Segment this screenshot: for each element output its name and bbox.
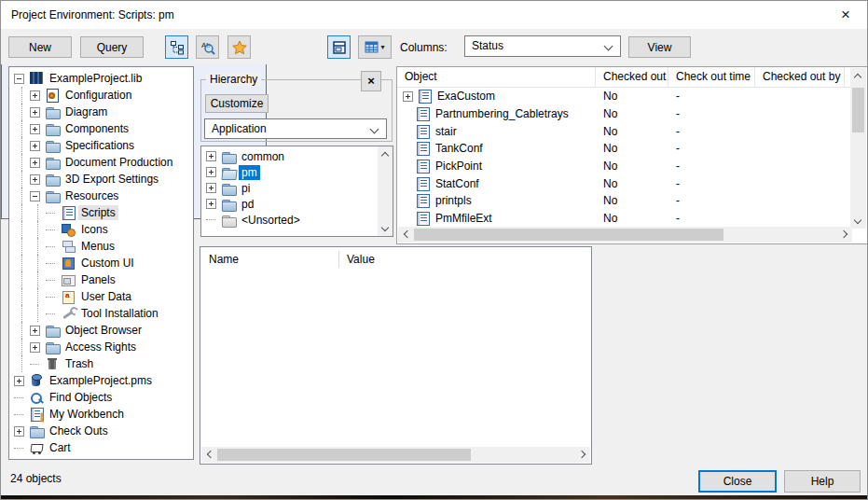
tree-item-common[interactable]: common [201, 148, 378, 164]
expand-plus-icon[interactable] [14, 376, 24, 386]
tree-item-my-workbench[interactable]: My Workbench [9, 406, 193, 423]
view-button[interactable]: View [628, 36, 691, 58]
tree-item-3d-export-settings[interactable]: 3D Export Settings [9, 171, 193, 188]
expand-toggle[interactable] [206, 183, 221, 193]
tree-item-icons[interactable]: Icons [9, 221, 193, 238]
expand-plus-icon[interactable] [30, 158, 40, 168]
tree-item-exampleproject-lib[interactable]: ExampleProject.lib [9, 70, 193, 87]
expand-plus-icon[interactable] [30, 141, 40, 151]
query-button[interactable]: Query [80, 36, 144, 58]
expand-plus-icon[interactable] [30, 90, 40, 101]
help-button[interactable]: Help [784, 470, 861, 493]
expand-plus-icon[interactable] [14, 426, 24, 437]
tree-item-object-browser[interactable]: Object Browser [9, 322, 193, 339]
hscroll-thumb[interactable] [217, 449, 471, 461]
tree-item-cart[interactable]: Cart [9, 439, 193, 456]
expand-plus-icon[interactable] [30, 174, 40, 185]
hierarchy-type-select[interactable]: Application [204, 118, 387, 139]
expand-toggle[interactable] [30, 326, 45, 336]
scroll-down-icon[interactable] [381, 224, 389, 231]
tree-item-unsorted[interactable]: <Unsorted> [201, 212, 378, 228]
scroll-left-icon[interactable] [206, 451, 214, 458]
tree-item-panels[interactable]: Panels [9, 271, 193, 288]
expand-minus-icon[interactable] [14, 74, 24, 84]
object-row-printpls[interactable]: printplsNo- [397, 192, 851, 210]
expand-plus-icon[interactable] [30, 124, 40, 134]
expand-minus-icon[interactable] [30, 191, 40, 201]
tree-item-find-objects[interactable]: Find Objects [9, 389, 193, 406]
tree-item-menus[interactable]: Menus [9, 238, 193, 255]
expand-toggle[interactable] [30, 342, 45, 353]
column-header-check-out-time[interactable]: Check out time [668, 67, 755, 87]
panel-layout-toggle-button[interactable] [327, 35, 351, 59]
close-button[interactable]: Close [698, 470, 777, 493]
object-row-pmmfileext[interactable]: PmMfileExtNo- [397, 210, 851, 228]
expand-toggle[interactable] [30, 90, 45, 101]
scroll-up-icon[interactable] [854, 73, 861, 80]
expand-toggle[interactable] [30, 191, 45, 201]
columns-select[interactable]: Status [464, 35, 621, 57]
expand-toggle[interactable] [30, 158, 45, 168]
tree-item-scripts[interactable]: Scripts [9, 204, 193, 221]
expand-plus-icon[interactable] [206, 151, 216, 161]
properties-hscrollbar[interactable] [201, 447, 590, 463]
tree-item-access-rights[interactable]: Access Rights [9, 339, 193, 355]
new-button[interactable]: New [8, 36, 72, 58]
object-row-stair[interactable]: stairNo- [397, 122, 851, 140]
object-row-exacustom[interactable]: ExaCustomNo- [397, 88, 851, 105]
expand-plus-icon[interactable] [403, 91, 413, 102]
expand-plus-icon[interactable] [206, 199, 216, 209]
object-table-vscrollbar[interactable] [850, 68, 866, 229]
tree-item-pd[interactable]: pd [201, 196, 378, 212]
scroll-left-icon[interactable] [403, 230, 410, 238]
tree-item-resources[interactable]: Resources [9, 188, 193, 204]
window-close-icon[interactable]: × [832, 3, 860, 27]
tree-item-tool-installation[interactable]: Tool Installation [9, 305, 193, 322]
column-header-object[interactable]: Object [397, 67, 596, 87]
expand-plus-icon[interactable] [30, 107, 40, 118]
hierarchy-tree-scrollbar[interactable] [378, 146, 393, 236]
customize-button[interactable]: Customize [205, 94, 269, 113]
scroll-up-icon[interactable] [381, 151, 389, 159]
tree-item-user-data[interactable]: User Data [9, 288, 193, 305]
hierarchy-view-toggle-button[interactable] [165, 35, 188, 59]
hscroll-thumb[interactable] [414, 229, 723, 241]
scroll-down-icon[interactable] [854, 216, 861, 224]
tree-item-pi[interactable]: pi [201, 180, 378, 196]
object-row-pickpoint[interactable]: PickPointNo- [397, 158, 851, 175]
tree-item-custom-ui[interactable]: Custom UI [9, 255, 193, 271]
expand-toggle[interactable] [14, 74, 29, 84]
expand-plus-icon[interactable] [30, 342, 40, 353]
tree-item-specifications[interactable]: Specifications [9, 137, 193, 154]
tree-item-check-outs[interactable]: Check Outs [9, 423, 193, 439]
object-row-tankconf[interactable]: TankConfNo- [397, 140, 851, 158]
object-row-partnumbering-cabletrays[interactable]: Partnumbering_CabletraysNo- [397, 105, 851, 123]
tree-item-exampleproject-pms[interactable]: ExampleProject.pms [9, 372, 193, 389]
vscroll-thumb[interactable] [852, 88, 864, 132]
tree-item-document-production[interactable]: Document Production [9, 154, 193, 171]
tree-item-components[interactable]: Components [9, 120, 193, 137]
tree-item-trash[interactable]: Trash [9, 355, 193, 372]
tree-item-configuration[interactable]: Configuration [9, 87, 193, 104]
favorites-button[interactable] [227, 35, 251, 59]
expand-toggle[interactable] [14, 426, 29, 437]
expand-toggle[interactable] [30, 174, 45, 185]
expand-toggle[interactable] [206, 199, 221, 209]
expand-toggle[interactable] [30, 107, 45, 118]
scroll-right-icon[interactable] [578, 451, 586, 458]
expand-plus-icon[interactable] [30, 326, 40, 336]
expand-plus-icon[interactable] [206, 167, 216, 177]
object-table-hscrollbar[interactable] [398, 227, 852, 243]
hierarchy-close-button[interactable]: × [361, 71, 381, 91]
expand-toggle[interactable] [14, 376, 29, 386]
expand-toggle[interactable] [30, 124, 45, 134]
find-button[interactable]: Ab [196, 35, 219, 59]
tree-item-pm[interactable]: pm [201, 164, 378, 180]
column-header-checked-out[interactable]: Checked out [596, 67, 668, 87]
scroll-right-icon[interactable] [840, 230, 847, 238]
column-header-checked-out-by[interactable]: Checked out by [755, 67, 845, 87]
table-columns-menu-button[interactable]: ▾ [358, 35, 392, 59]
expand-toggle[interactable] [206, 167, 221, 177]
expand-toggle[interactable] [206, 151, 221, 161]
expand-toggle[interactable] [30, 141, 45, 151]
